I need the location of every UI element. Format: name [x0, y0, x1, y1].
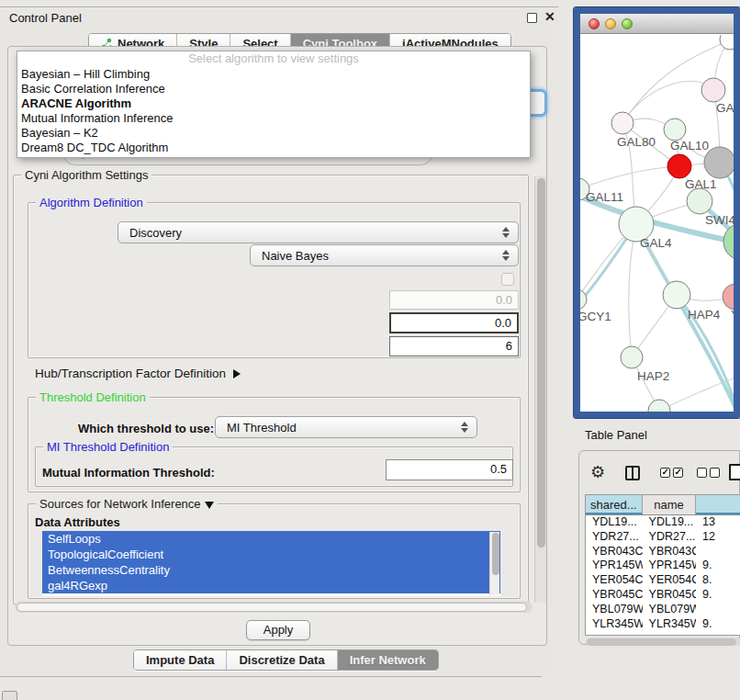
tab-discretize-data[interactable]: Discretize Data	[227, 650, 337, 670]
algorithm-option-basic-correlation-inference[interactable]: Basic Correlation Inference	[17, 82, 530, 96]
table-row[interactable]: YBL079WYBL079W	[586, 603, 740, 617]
algorithm-option-bayesian-hill-climbing[interactable]: Bayesian – Hill Climbing	[17, 67, 530, 82]
threshold-definition-title: Threshold Definition	[36, 390, 150, 404]
settings-horizontal-scrollbar[interactable]	[15, 601, 533, 613]
network-node-hap2[interactable]	[621, 346, 643, 368]
table-row[interactable]: YLR345WYLR345W9.	[586, 617, 740, 627]
table-cell: YPR145W	[586, 559, 643, 573]
bottom-tab-bar: Impute DataDiscretize DataInfer Network	[133, 649, 439, 671]
zoom-window-icon[interactable]	[622, 18, 633, 29]
scrollbar-thumb[interactable]	[587, 638, 736, 646]
tab-infer-network[interactable]: Infer Network	[338, 650, 438, 670]
network-node-y[interactable]	[723, 284, 734, 310]
gear-icon[interactable]	[590, 462, 605, 482]
column-header-shared[interactable]: shared...	[586, 495, 643, 514]
table-cell: YBL079W	[643, 603, 696, 617]
scrollbar-thumb[interactable]	[17, 603, 527, 612]
unchecked-pair-icon[interactable]	[697, 468, 720, 478]
attribute-item-betweennesscentrality[interactable]: BetweennessCentrality	[42, 562, 500, 578]
page-icon[interactable]	[729, 464, 740, 480]
scrollbar-thumb[interactable]	[537, 178, 545, 548]
column-header-2[interactable]	[696, 495, 740, 514]
network-view-window: GALGAL80GAL10GAL1GAL11SWI4GAL4GCY1HAP4YH…	[574, 7, 740, 418]
node-label-swi4: SWI4	[705, 213, 734, 227]
data-attributes-list[interactable]: SelfLoopsTopologicalCoefficientBetweenne…	[42, 531, 500, 596]
columns-icon[interactable]	[625, 466, 640, 480]
list-scrollbar[interactable]	[489, 532, 499, 595]
table-cell: YBR043C	[643, 545, 696, 559]
node-label-hap2: HAP2	[637, 369, 669, 383]
table-panel-title: Table Panel	[585, 428, 647, 442]
table-cell: YBR045C	[586, 588, 643, 603]
algorithm-option-bayesian-k2[interactable]: Bayesian – K2	[17, 126, 530, 141]
attribute-item-topologicalcoefficient[interactable]: TopologicalCoefficient	[42, 547, 500, 562]
table-horizontal-scrollbar[interactable]	[586, 638, 740, 646]
hub-definition-toggle[interactable]: Hub/Transcription Factor Definition	[35, 367, 241, 380]
dpi-tolerance-field[interactable]: 0.0	[389, 312, 519, 333]
network-node-swi4[interactable]	[687, 188, 712, 214]
table-cell: YDL19...	[586, 515, 643, 530]
apply-button[interactable]: Apply	[246, 620, 310, 640]
table-row[interactable]: YPR145WYPR145W9.	[586, 559, 740, 573]
tab-discretize-data-label: Discretize Data	[239, 653, 324, 667]
table-row[interactable]: YDL19...YDL19...13	[586, 515, 740, 530]
algorithm-option-dream8-dc-tdc-algorithm[interactable]: Dream8 DC_TDC Algorithm	[17, 141, 530, 155]
kernel-width-field[interactable]: 0.0	[389, 290, 519, 310]
mi-threshold-field[interactable]: 0.5	[386, 459, 513, 480]
mi-steps-field[interactable]: 6	[389, 336, 519, 356]
attribute-item-gal4rgexp[interactable]: gal4RGexp	[42, 578, 500, 593]
network-node-gal80[interactable]	[611, 112, 633, 134]
checked-pair-icon[interactable]	[660, 468, 683, 478]
network-node-gcy1[interactable]	[580, 289, 587, 310]
tab-impute-data[interactable]: Impute Data	[134, 650, 227, 670]
which-threshold-combo[interactable]: MI Threshold	[215, 416, 477, 438]
settings-vertical-scrollbar[interactable]	[534, 176, 546, 603]
manual-kernel-width-checkbox[interactable]	[501, 273, 514, 286]
network-node-gal10[interactable]	[664, 119, 686, 141]
network-edge[interactable]	[622, 81, 713, 123]
table-row[interactable]: YER054CYER054C8.	[586, 573, 740, 588]
attribute-item-selfloops[interactable]: SelfLoops	[42, 531, 500, 547]
tab-infer-network-label: Infer Network	[350, 653, 426, 667]
network-node-gal1[interactable]	[667, 154, 691, 178]
table-row[interactable]: YBR045CYBR045C9.	[586, 588, 740, 603]
table-body: YDL19...YDL19...13YDR27...YDR27...12YBR0…	[586, 515, 740, 627]
table-cell: YER054C	[586, 573, 643, 588]
minimize-window-icon[interactable]	[605, 18, 616, 29]
table-cell: 13	[696, 515, 740, 530]
network-canvas[interactable]: GALGAL80GAL10GAL1GAL11SWI4GAL4GCY1HAP4YH…	[580, 35, 734, 412]
node-label-hap4: HAP4	[688, 308, 721, 322]
network-window-titlebar[interactable]	[580, 14, 734, 34]
collapsed-panel-button[interactable]	[2, 691, 17, 700]
network-node[interactable]	[648, 400, 670, 412]
network-node-hap4[interactable]	[663, 281, 690, 309]
table-cell: 9.	[696, 617, 740, 627]
close-window-icon[interactable]	[589, 18, 600, 29]
network-edge[interactable]	[580, 166, 679, 189]
close-panel-icon[interactable]	[544, 11, 556, 23]
algorithm-option-mutual-information-inference[interactable]: Mutual Information Inference	[17, 111, 530, 126]
table-row[interactable]: YDR27...YDR27...12	[586, 530, 740, 545]
table-header-row: shared...name	[586, 495, 740, 515]
algorithm-dropdown-placeholder: Select algorithm to view settings	[17, 51, 530, 67]
aracne-mode-combo[interactable]: Discovery	[118, 221, 519, 243]
network-node-gal[interactable]	[701, 78, 725, 102]
table-cell: YLR345W	[643, 617, 696, 627]
float-panel-icon[interactable]	[527, 13, 537, 23]
network-edge-highlighted[interactable]	[580, 228, 633, 310]
scrollbar-thumb[interactable]	[492, 533, 499, 575]
mi-algorithm-type-combo[interactable]: Naive Bayes	[250, 244, 519, 266]
algorithm-option-aracne-algorithm[interactable]: ARACNE Algorithm	[17, 96, 530, 111]
table-cell: YBR043C	[586, 545, 643, 559]
table-cell: YDR27...	[586, 530, 643, 545]
table-cell: 9.	[696, 588, 740, 603]
network-node[interactable]	[723, 223, 734, 260]
network-edge[interactable]	[629, 226, 636, 357]
aracne-mode-value: Discovery	[129, 226, 182, 240]
column-header-name[interactable]: name	[643, 495, 697, 514]
sources-group-title[interactable]: Sources for Network Inference	[36, 497, 218, 511]
settings-group-title: Cyni Algorithm Settings	[21, 168, 151, 182]
table-cell: YDL19...	[643, 515, 696, 530]
table-row[interactable]: YBR043CYBR043C	[586, 545, 740, 559]
network-node[interactable]	[720, 35, 734, 50]
